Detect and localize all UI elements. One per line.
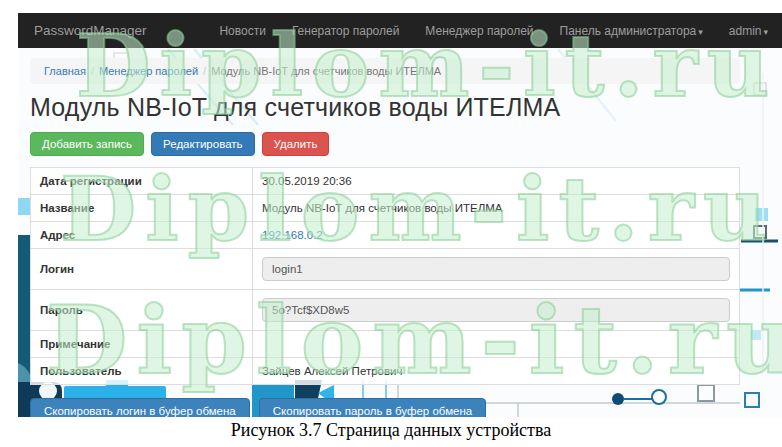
field-value: Зайцев Алексей Петрович [253, 358, 740, 385]
table-row-login: Логин [31, 249, 740, 290]
login-field[interactable] [262, 257, 730, 281]
table-row-name: Название Модуль NB-IoT для счетчиков вод… [31, 195, 740, 222]
app-screenshot: PasswordManager Новости Генератор пароле… [18, 13, 782, 417]
password-field[interactable] [262, 298, 730, 322]
device-details-table: Дата регистрации 30.05.2019 20:36 Назван… [30, 167, 740, 385]
action-buttons: Добавить запись Редактировать Удалить [30, 132, 740, 156]
delete-button[interactable]: Удалить [262, 132, 330, 156]
add-record-button[interactable]: Добавить запись [30, 132, 144, 156]
nav-item-password-generator[interactable]: Генератор паролей [292, 24, 399, 38]
breadcrumb: Главная/Менеджер паролей/Модуль NB-IoT д… [30, 58, 740, 84]
breadcrumb-separator: / [91, 65, 94, 77]
nav-item-user-label: admin [729, 24, 762, 38]
table-row-user: Пользователь Зайцев Алексей Петрович [31, 358, 740, 385]
field-label: Дата регистрации [31, 168, 253, 195]
nav-item-news[interactable]: Новости [219, 24, 265, 38]
field-label: Адрес [31, 222, 253, 249]
breadcrumb-password-manager[interactable]: Менеджер паролей [99, 65, 198, 77]
nav-item-password-manager[interactable]: Менеджер паролей [425, 24, 533, 38]
copy-password-button[interactable]: Скопировать пароль в буфер обмена [259, 398, 486, 417]
breadcrumb-separator: / [203, 65, 206, 77]
field-value: 192.168.0.2 [253, 222, 740, 249]
field-label: Логин [31, 249, 253, 290]
table-row-registration-date: Дата регистрации 30.05.2019 20:36 [31, 168, 740, 195]
page-content: Главная/Менеджер паролей/Модуль NB-IoT д… [18, 48, 740, 417]
field-value: Модуль NB-IoT для счетчиков воды ИТЕЛМА [253, 195, 740, 222]
copy-buttons: Скопировать логин в буфер обмена Скопиро… [30, 398, 740, 417]
field-label: Примечание [31, 331, 253, 358]
table-row-password: Пароль [31, 290, 740, 331]
field-label: Пользователь [31, 358, 253, 385]
edit-button[interactable]: Редактировать [151, 132, 254, 156]
breadcrumb-current: Модуль NB-IoT для счетчиков воды ИТЕЛМА [211, 65, 441, 77]
nav-item-admin-panel[interactable]: Панель администратора▾ [560, 24, 703, 38]
caret-down-icon: ▾ [698, 27, 703, 37]
breadcrumb-home[interactable]: Главная [44, 65, 86, 77]
caret-down-icon: ▾ [763, 27, 768, 37]
navbar: PasswordManager Новости Генератор пароле… [18, 13, 782, 48]
field-value [253, 249, 740, 290]
page-title: Модуль NB-IoT для счетчиков воды ИТЕЛМА [30, 93, 740, 122]
field-label: Пароль [31, 290, 253, 331]
navbar-brand[interactable]: PasswordManager [34, 23, 147, 38]
table-row-note: Примечание [31, 331, 740, 358]
nav-item-user-menu[interactable]: admin▾ [729, 24, 768, 38]
nav-item-admin-panel-label: Панель администратора [560, 24, 697, 38]
navbar-menu: Новости Генератор паролей Менеджер парол… [219, 24, 768, 38]
table-row-address: Адрес 192.168.0.2 [31, 222, 740, 249]
field-value: 30.05.2019 20:36 [253, 168, 740, 195]
figure-caption: Рисунок 3.7 Страница данных устройства [0, 420, 782, 441]
copy-login-button[interactable]: Скопировать логин в буфер обмена [30, 398, 250, 417]
field-value [253, 331, 740, 358]
address-link[interactable]: 192.168.0.2 [262, 229, 323, 241]
field-label: Название [31, 195, 253, 222]
field-value [253, 290, 740, 331]
